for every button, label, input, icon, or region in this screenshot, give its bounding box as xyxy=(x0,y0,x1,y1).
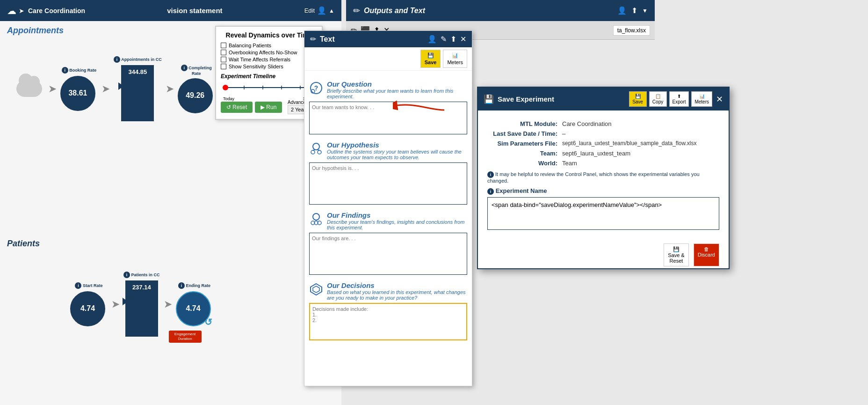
hypothesis-icon xyxy=(309,142,323,159)
appointments-meter-bar: 344.85 xyxy=(121,65,154,121)
care-coordination-header: ☁ ➤ Care Coordination vision statement E… xyxy=(0,0,341,21)
question-section-header: ? Our Question Briefly describe what you… xyxy=(309,80,467,99)
checkbox-waittime[interactable]: Wait Time Affects Referrals xyxy=(221,57,317,62)
mtl-module-row: MTL Module: Care Coordination xyxy=(487,120,719,127)
dialog-copy-button[interactable]: 📋 Copy xyxy=(649,91,667,107)
dialog-meters-icon: 📊 xyxy=(699,94,705,99)
run-button[interactable]: ▶ Run xyxy=(255,102,282,113)
last-save-row: Last Save Date / Time: – xyxy=(487,130,719,137)
dialog-copy-icon: 📋 xyxy=(655,94,661,99)
start-rate-value: 4.74 xyxy=(70,291,105,326)
outputs-header-right: 👤 ⬆ ▼ xyxy=(617,6,648,15)
arrow-icon: ➤ xyxy=(19,7,24,15)
save-button-text[interactable]: 💾 Save xyxy=(420,50,441,68)
appointments-cc-meter: i Appointments in CC 344.85 xyxy=(114,56,162,121)
reveal-title: Reveal Dynamics over Time xyxy=(221,31,317,39)
dialog-export-button[interactable]: ⬆ Export xyxy=(669,91,689,107)
action-bar: 💾 Save 📊 Meters xyxy=(304,47,472,71)
arrow-5: ➤ xyxy=(111,298,120,310)
info-badge-appts: i xyxy=(114,56,120,63)
engagement-duration-label: Engagement Duration xyxy=(169,331,202,342)
save-dialog-title: Save Experiment xyxy=(498,95,625,103)
reset-button[interactable]: ↺ Reset xyxy=(221,102,253,113)
booking-rate-gauge: i Booking Rate 38.61 xyxy=(60,67,98,111)
dialog-close-button[interactable]: ✕ xyxy=(716,94,723,104)
world-row: World: Team xyxy=(487,160,719,167)
dialog-save-icon: 💾 xyxy=(635,94,641,99)
hypothesis-title: Our Hypothesis xyxy=(327,141,467,149)
person-icon: 👤 xyxy=(317,6,326,15)
cloud-left-appointments xyxy=(14,81,44,97)
team-label: Team: xyxy=(487,150,562,157)
question-title: Our Question xyxy=(327,80,467,88)
discard-button[interactable]: 🗑 Discard xyxy=(694,243,719,266)
outputs-title: Outputs and Text xyxy=(364,7,425,15)
patients-cc-meter: i Patients in CC 237.14 xyxy=(123,272,160,337)
outputs-edit-icon: ✏ xyxy=(353,6,360,16)
export-icon-outputs[interactable]: ⬆ xyxy=(631,6,637,15)
world-label: World: xyxy=(487,160,562,167)
checkbox-sensitivity[interactable]: Show Sensitivity Sliders xyxy=(221,64,317,69)
text-panel: ✏ Text 👤 ✎ ⬆ ✕ 💾 Save 📊 Meters ? xyxy=(304,30,472,386)
mtl-module-value: Care Coordination xyxy=(562,120,719,127)
svg-point-12 xyxy=(318,150,321,154)
exp-name-info-badge: i xyxy=(487,188,494,195)
info-badge-dialog: i xyxy=(487,171,494,178)
completing-rate-gauge: i Completing Rate 49.26 xyxy=(178,65,215,113)
experiment-name-input[interactable]: <span data-bind="saveDialog.experimentNa… xyxy=(487,197,719,230)
info-badge-start: i xyxy=(75,282,81,289)
svg-line-14 xyxy=(318,150,319,150)
info-note: i It may be helpful to review the Contro… xyxy=(487,171,719,184)
edit-icon-text[interactable]: ✎ xyxy=(441,35,447,44)
hypothesis-subtitle: Outline the systems story your team beli… xyxy=(327,149,467,160)
discard-icon: 🗑 xyxy=(704,246,709,252)
patients-meter-bar: 237.14 xyxy=(125,280,158,337)
svg-point-1 xyxy=(223,85,228,90)
decisions-title: Our Decisions xyxy=(327,281,467,289)
question-icon: ? xyxy=(309,81,323,98)
sim-params-label: Sim Parameters File: xyxy=(487,140,562,147)
hypothesis-textarea[interactable] xyxy=(309,162,467,205)
completing-rate-value: 49.26 xyxy=(178,78,213,113)
info-badge-patients: i xyxy=(123,272,130,278)
close-icon-text[interactable]: ✕ xyxy=(460,35,466,44)
svg-point-15 xyxy=(313,214,319,220)
care-coordination-title: Care Coordination xyxy=(28,7,85,15)
world-value: Team xyxy=(562,160,719,167)
start-rate-gauge: i Start Rate 4.74 xyxy=(70,282,108,326)
arrow-2: ➤ xyxy=(101,83,110,95)
external-icon-text[interactable]: ⬆ xyxy=(450,35,456,44)
team-row: Team: sept6_laura_uxtest_team xyxy=(487,150,719,157)
checkbox-overbooking[interactable]: Overbooking Affects No-Show xyxy=(221,50,317,55)
decisions-section-header: Our Decisions Based on what you learned … xyxy=(309,281,467,301)
decisions-textarea[interactable] xyxy=(309,303,467,340)
save-experiment-dialog: 💾 Save Experiment 💾 Save 📋 Copy ⬆ Export… xyxy=(477,87,730,269)
findings-section-header: Our Findings Describe your team's findin… xyxy=(309,211,467,230)
checkbox-list: Balancing Patients Overbooking Affects N… xyxy=(221,43,317,69)
arrow-6: ➤ xyxy=(164,298,172,310)
findings-title: Our Findings xyxy=(327,211,467,219)
person-icon-outputs: 👤 xyxy=(617,6,627,15)
caret-icon[interactable]: ▲ xyxy=(329,7,334,14)
dialog-export-icon: ⬆ xyxy=(677,94,681,99)
svg-marker-19 xyxy=(311,284,322,295)
info-badge-ending: i xyxy=(178,282,185,289)
caret-outputs[interactable]: ▼ xyxy=(642,7,648,14)
meters-button-text[interactable]: 📊 Meters xyxy=(443,50,467,68)
team-value: sept6_laura_uxtest_team xyxy=(562,150,719,157)
dialog-save-button[interactable]: 💾 Save xyxy=(629,91,647,107)
meters-icon: 📊 xyxy=(452,52,458,59)
booking-rate-value: 38.61 xyxy=(60,76,95,111)
svg-marker-20 xyxy=(313,286,319,293)
dialog-toolbar: 💾 Save 📋 Copy ⬆ Export 📊 Meters xyxy=(629,91,712,107)
today-label: Today xyxy=(223,96,234,101)
save-reset-button[interactable]: 💾 Save & Reset xyxy=(664,243,688,266)
checkbox-balancing[interactable]: Balancing Patients xyxy=(221,43,317,48)
run-icon: ▶ xyxy=(260,104,265,110)
findings-textarea[interactable] xyxy=(309,233,467,275)
info-badge-booking: i xyxy=(62,67,68,74)
findings-icon xyxy=(309,212,323,229)
appointments-label: Appointments xyxy=(7,26,64,36)
edit-label[interactable]: Edit xyxy=(304,7,315,14)
dialog-meters-button[interactable]: 📊 Meters xyxy=(691,91,712,107)
